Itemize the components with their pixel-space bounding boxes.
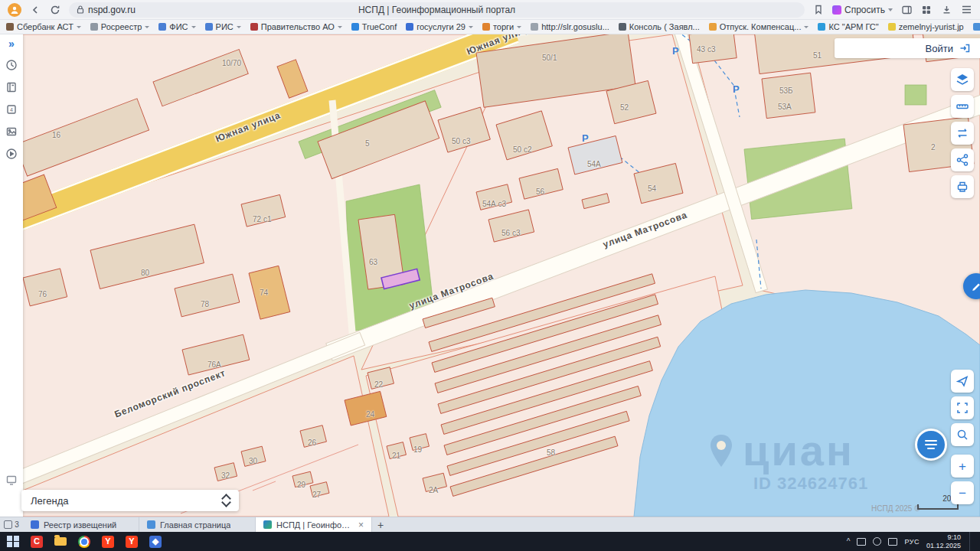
taskbar-icon-browser-red[interactable]: С bbox=[27, 533, 47, 550]
download-icon[interactable] bbox=[940, 4, 952, 16]
show-desktop-button[interactable] bbox=[969, 532, 972, 551]
left-toolbar: » 4 bbox=[0, 34, 23, 517]
map-area: Южная улицаЮжная улицаулица Матросоваули… bbox=[0, 34, 980, 517]
menu-icon[interactable] bbox=[960, 4, 972, 16]
bookmark-item[interactable]: TrueConf bbox=[351, 22, 397, 31]
tab-count-label: 3 bbox=[15, 520, 19, 529]
address-bar[interactable]: nspd.gov.ru НСПД | Геоинформационный пор… bbox=[69, 2, 805, 18]
bookmark-label: Росреестр bbox=[101, 22, 142, 31]
bookmark-favicon bbox=[205, 23, 213, 31]
browser-tab[interactable]: Реестр извещений bbox=[23, 517, 139, 532]
bookmark-label: Правительство АО bbox=[261, 22, 335, 31]
bookmark-favicon bbox=[158, 23, 166, 31]
map-tools-lower bbox=[951, 370, 974, 446]
taskbar-clock[interactable]: 9:10 01.12.2025 bbox=[926, 533, 961, 549]
bookmark-item[interactable]: КС "АРМ ГС" bbox=[818, 22, 878, 31]
tray-network-icon[interactable] bbox=[857, 538, 866, 546]
back-icon[interactable] bbox=[29, 4, 41, 16]
bookmark-flag-icon[interactable] bbox=[812, 4, 825, 16]
tab-count-button[interactable]: 3 bbox=[0, 517, 23, 532]
chat-button[interactable] bbox=[915, 429, 947, 461]
folder-icon bbox=[54, 537, 67, 546]
map-canvas[interactable] bbox=[0, 34, 980, 517]
bookmark-favicon bbox=[250, 23, 258, 31]
bookmark-item[interactable]: Росреестр bbox=[90, 22, 149, 31]
history-icon[interactable] bbox=[5, 59, 18, 71]
share-tool-button[interactable] bbox=[951, 148, 974, 171]
reload-icon[interactable] bbox=[49, 4, 61, 16]
images-icon[interactable] bbox=[5, 126, 18, 138]
tray-expand-icon[interactable]: ^ bbox=[847, 537, 851, 546]
journal-icon[interactable] bbox=[5, 81, 18, 93]
tab-favicon bbox=[263, 520, 272, 529]
bookmark-item[interactable]: госуслуги 29 bbox=[406, 22, 473, 31]
taskbar-icon-chrome[interactable] bbox=[74, 533, 94, 550]
layers-tool-button[interactable] bbox=[951, 68, 974, 91]
windows-taskbar: СYY◆ ^ РУС 9:10 01.12.2025 bbox=[0, 532, 980, 551]
measure-tool-button[interactable] bbox=[951, 95, 974, 118]
taskbar-icon-start[interactable] bbox=[3, 533, 23, 550]
bookmark-item[interactable]: ФИС bbox=[158, 22, 195, 31]
screenshot-tool-button[interactable] bbox=[951, 396, 974, 419]
yandex-alt-icon: Y bbox=[126, 536, 138, 548]
video-icon[interactable] bbox=[5, 148, 18, 160]
collections-icon[interactable] bbox=[920, 4, 933, 16]
taskbar-icon-yandex-alt[interactable]: Y bbox=[122, 533, 142, 550]
zoom-out-button[interactable]: − bbox=[951, 481, 974, 504]
browser-red-icon: С bbox=[31, 536, 43, 548]
tab-label: Главная страница bbox=[160, 520, 230, 530]
taskbar-icon-yandex[interactable]: Y bbox=[98, 533, 118, 550]
monitor-icon[interactable] bbox=[5, 474, 18, 486]
browser-tab[interactable]: Главная страница bbox=[139, 517, 256, 532]
taskbar-icon-folder[interactable] bbox=[51, 533, 70, 550]
ask-button[interactable]: Спросить bbox=[832, 5, 893, 15]
bookmark-item[interactable]: РИС bbox=[205, 22, 241, 31]
bookmark-item[interactable]: Консоль ( Заявл... bbox=[619, 22, 700, 31]
bookmark-favicon bbox=[531, 23, 538, 31]
yandex-icon: Y bbox=[102, 536, 114, 548]
bookmark-item[interactable]: http://slr.gosuslu... bbox=[531, 22, 609, 31]
bookmarks-bar: Сбербанк АСТРосреестрФИСРИСПравительство… bbox=[0, 20, 980, 34]
bookmark-favicon bbox=[6, 23, 14, 31]
bookmark-item[interactable]: Отпуск. Компенсац... bbox=[709, 22, 809, 31]
legend-collapse-icon[interactable] bbox=[223, 495, 230, 506]
taskbar-icon-app-blue[interactable]: ◆ bbox=[145, 533, 165, 550]
tray-battery-icon[interactable] bbox=[888, 538, 897, 546]
locate-tool-button[interactable] bbox=[951, 370, 974, 393]
bookmark-item[interactable]: Правительство АО bbox=[250, 22, 342, 31]
browser-tab[interactable]: НСПД | Геоинформац...× bbox=[256, 517, 372, 532]
compare-tool-button[interactable] bbox=[951, 122, 974, 145]
lock-icon bbox=[77, 5, 84, 14]
ask-label: Спросить bbox=[844, 5, 885, 15]
bookmark-favicon bbox=[351, 23, 359, 31]
windows-logo-icon bbox=[7, 536, 19, 548]
language-indicator[interactable]: РУС bbox=[904, 538, 920, 546]
bookmark-item[interactable]: торги bbox=[482, 22, 521, 31]
bookmark-label: госуслуги 29 bbox=[416, 22, 466, 31]
side-panel-icon[interactable] bbox=[900, 4, 913, 16]
print-tool-button[interactable] bbox=[951, 175, 974, 198]
legend-panel[interactable]: Легенда bbox=[21, 490, 239, 511]
scale-line bbox=[917, 504, 959, 510]
tab-close-button[interactable]: × bbox=[358, 520, 364, 530]
apps-badge-icon[interactable]: 4 bbox=[5, 103, 18, 116]
tab-favicon bbox=[147, 520, 155, 529]
profile-avatar-icon[interactable] bbox=[8, 3, 21, 17]
search-area-tool-button[interactable] bbox=[951, 423, 974, 446]
expand-panel-icon[interactable]: » bbox=[8, 38, 15, 49]
app-blue-icon: ◆ bbox=[149, 536, 162, 548]
bookmark-item[interactable]: почта bbox=[973, 22, 980, 31]
zoom-in-button[interactable]: + bbox=[951, 455, 974, 478]
map-login-button[interactable]: Войти bbox=[835, 38, 980, 58]
chevron-down-icon bbox=[191, 26, 196, 28]
tray-volume-icon[interactable] bbox=[873, 537, 881, 546]
new-tab-button[interactable]: + bbox=[372, 517, 389, 532]
bookmark-item[interactable]: Сбербанк АСТ bbox=[6, 22, 81, 31]
bookmark-item[interactable]: zemelnyj-yurist.jp bbox=[888, 22, 964, 31]
bookmark-favicon bbox=[888, 23, 896, 31]
login-label: Войти bbox=[926, 43, 953, 54]
bookmark-favicon bbox=[482, 23, 490, 31]
page-title: НСПД | Геоинформационный портал bbox=[69, 5, 805, 15]
chevron-down-icon bbox=[469, 26, 473, 28]
bookmark-favicon bbox=[709, 23, 717, 31]
